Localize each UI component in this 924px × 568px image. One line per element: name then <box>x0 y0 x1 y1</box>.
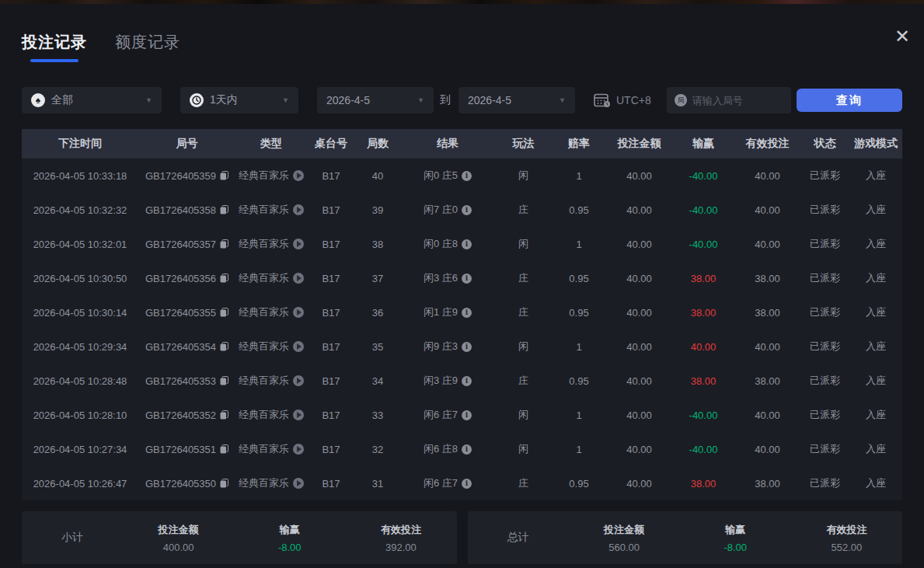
round-id: GB1726405354 <box>145 341 216 353</box>
play-icon[interactable] <box>293 204 304 215</box>
round-search-field[interactable]: 局 <box>667 87 791 113</box>
odds: 1 <box>552 444 606 455</box>
table-number: B17 <box>307 341 355 353</box>
copy-icon[interactable] <box>220 479 228 488</box>
odds: 1 <box>552 409 606 421</box>
info-icon[interactable]: i <box>462 274 472 284</box>
table-row: 2026-04-05 10:26:47 GB1726405350 经典百家乐 B… <box>22 466 902 500</box>
date-from-dropdown[interactable]: 2026-4-5 ▼ <box>317 87 434 113</box>
info-icon[interactable]: i <box>462 239 472 249</box>
odds: 0.95 <box>552 375 606 387</box>
odds: 1 <box>552 239 606 250</box>
tab-betting-records[interactable]: 投注记录 <box>22 32 87 62</box>
column-header: 投注金额 <box>606 137 672 151</box>
game-mode: 入座 <box>849 374 902 388</box>
round-id-cell: GB1726405356 <box>138 273 235 284</box>
play-icon[interactable] <box>293 375 304 386</box>
copy-icon[interactable] <box>220 205 228 214</box>
result-cell: 闲0 庄8 i <box>400 237 495 251</box>
info-icon[interactable]: i <box>462 205 472 215</box>
info-icon[interactable]: i <box>462 410 472 420</box>
play-type: 闲 <box>495 408 552 422</box>
play-icon[interactable] <box>293 478 304 489</box>
play-icon[interactable] <box>293 341 304 352</box>
game-type-cell: 经典百家乐 <box>235 237 307 251</box>
round-search-input[interactable] <box>692 95 783 106</box>
query-button[interactable]: 查询 <box>797 89 902 112</box>
tab-quota-records[interactable]: 额度记录 <box>115 32 180 62</box>
play-icon[interactable] <box>293 444 304 455</box>
copy-icon[interactable] <box>220 444 228 454</box>
play-icon[interactable] <box>293 239 304 249</box>
copy-icon[interactable] <box>220 274 228 283</box>
odds: 1 <box>552 170 606 182</box>
round-number: 35 <box>355 341 400 353</box>
round-id-cell: GB1726405358 <box>138 204 235 216</box>
info-icon[interactable]: i <box>462 308 472 318</box>
copy-icon[interactable] <box>220 239 228 249</box>
status: 已派彩 <box>800 408 849 422</box>
copy-icon[interactable] <box>220 308 228 317</box>
total-bet: 投注金额 560.00 <box>569 523 680 553</box>
status: 已派彩 <box>800 237 849 251</box>
game-type-dropdown[interactable]: ♠ 全部 ▼ <box>22 87 162 113</box>
table-row: 2026-04-05 10:30:50 GB1726405356 经典百家乐 B… <box>22 261 902 295</box>
info-icon[interactable]: i <box>462 479 472 489</box>
play-icon[interactable] <box>293 273 304 284</box>
round-id-cell: GB1726405352 <box>138 409 235 421</box>
play-icon[interactable] <box>293 307 304 318</box>
round-number: 31 <box>355 478 400 490</box>
copy-icon[interactable] <box>220 376 228 385</box>
copy-icon[interactable] <box>220 342 228 351</box>
game-type-cell: 经典百家乐 <box>235 476 307 490</box>
odds: 1 <box>552 341 606 353</box>
total-label: 总计 <box>468 531 569 545</box>
play-type: 闲 <box>495 442 552 456</box>
game-type-value: 全部 <box>51 93 73 107</box>
date-to-dropdown[interactable]: 2026-4-5 ▼ <box>459 87 575 113</box>
table-body: 2026-04-05 10:33:18 GB1726405359 经典百家乐 B… <box>22 159 902 500</box>
info-icon[interactable]: i <box>462 342 472 352</box>
info-icon[interactable]: i <box>462 444 472 455</box>
table-row: 2026-04-05 10:28:10 GB1726405352 经典百家乐 B… <box>22 398 902 432</box>
round-id-cell: GB1726405351 <box>138 444 235 455</box>
play-icon[interactable] <box>293 409 304 420</box>
info-icon[interactable]: i <box>462 171 472 181</box>
result-value: 闲9 庄3 <box>424 340 458 354</box>
column-header: 桌台号 <box>307 137 355 151</box>
result-value: 闲7 庄0 <box>424 203 458 217</box>
table-row: 2026-04-05 10:27:34 GB1726405351 经典百家乐 B… <box>22 432 902 466</box>
status: 已派彩 <box>800 476 849 490</box>
copy-icon[interactable] <box>220 410 228 420</box>
close-icon[interactable]: ✕ <box>888 23 916 51</box>
game-type-cell: 经典百家乐 <box>235 271 307 285</box>
play-type: 庄 <box>495 203 552 217</box>
game-type: 经典百家乐 <box>239 203 289 217</box>
game-type-cell: 经典百家乐 <box>235 374 307 388</box>
chevron-down-icon: ▼ <box>417 96 424 104</box>
win-loss: -40.00 <box>672 170 734 182</box>
odds: 0.95 <box>552 478 606 490</box>
table-row: 2026-04-05 10:32:01 GB1726405357 经典百家乐 B… <box>22 227 902 261</box>
betting-records-modal: ✕ 投注记录 额度记录 ♠ 全部 ▼ 1天内 ▼ 2026-4-5 ▼ 到 <box>0 4 924 564</box>
info-icon[interactable]: i <box>462 376 472 386</box>
copy-icon[interactable] <box>220 171 228 180</box>
table-row: 2026-04-05 10:29:34 GB1726405354 经典百家乐 B… <box>22 329 902 364</box>
game-type: 经典百家乐 <box>239 271 289 285</box>
win-loss: 38.00 <box>672 273 734 284</box>
game-mode: 入座 <box>849 305 902 319</box>
play-type: 闲 <box>495 169 552 183</box>
round-id: GB1726405356 <box>145 273 216 284</box>
subtotal-card: 小计 投注金额 400.00 输赢 -8.00 有效投注 392.00 <box>22 511 457 564</box>
table-number: B17 <box>307 409 355 421</box>
round-id-cell: GB1726405354 <box>138 341 235 353</box>
timezone-indicator: UTC+8 <box>594 92 651 108</box>
play-icon[interactable] <box>293 170 304 181</box>
time-range-dropdown[interactable]: 1天内 ▼ <box>180 87 298 113</box>
odds: 0.95 <box>552 273 606 284</box>
table-number: B17 <box>307 204 355 216</box>
odds: 0.95 <box>552 307 606 319</box>
game-type-cell: 经典百家乐 <box>235 203 307 217</box>
valid-bet: 38.00 <box>734 375 800 387</box>
column-header: 局数 <box>355 137 400 151</box>
